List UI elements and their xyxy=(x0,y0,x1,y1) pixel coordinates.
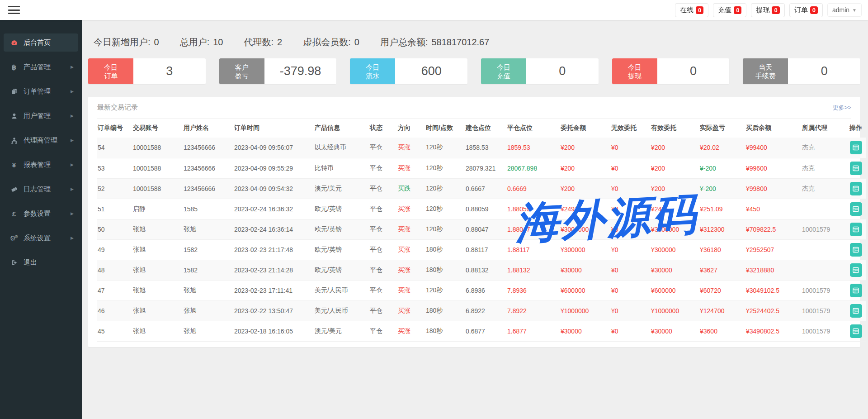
stat-label: 用户总余额: xyxy=(380,37,428,47)
cell-name: 123456666 xyxy=(183,158,234,178)
sidebar-item-label: 参数设置 xyxy=(24,210,51,218)
more-link[interactable]: 更多>> xyxy=(833,104,851,112)
cell-close: 1.6877 xyxy=(507,321,560,341)
order-detail-button[interactable] xyxy=(850,284,862,297)
column-header: 有效委托 xyxy=(651,119,699,138)
cell-duration: 120秒 xyxy=(425,199,465,219)
order-detail-button[interactable] xyxy=(850,182,862,195)
order-detail-button[interactable] xyxy=(850,324,862,338)
topbar-item-label: 订单 xyxy=(794,6,808,14)
cell-time: 2023-02-24 16:36:14 xyxy=(234,219,314,239)
latest-trades-panel: 最新交易记录 更多>> 订单编号交易账号用户姓名订单时间产品信息状态方向时间/点… xyxy=(88,97,860,347)
count-badge: 0 xyxy=(810,6,818,14)
cell-invalid: ¥0 xyxy=(611,219,651,239)
metric-label-line: 当天 xyxy=(759,63,772,71)
topbar-item-label: 在线 xyxy=(680,6,693,14)
metric-card-label: 当天手续费 xyxy=(743,58,788,84)
column-header: 实际盈亏 xyxy=(699,119,745,138)
cell-agent: 10001579 xyxy=(802,280,846,300)
column-header: 平仓点位 xyxy=(507,119,560,138)
sidebar-item-日志管理[interactable]: 日志管理▶ xyxy=(4,180,78,198)
order-detail-button[interactable] xyxy=(850,202,862,216)
order-detail-button[interactable] xyxy=(850,223,862,236)
topbar-item[interactable]: 充值0 xyxy=(713,3,746,17)
metric-label-line: 今日 xyxy=(497,63,510,71)
cell-actions xyxy=(846,138,866,158)
cell-amount: ¥30000 xyxy=(560,260,611,280)
column-header: 用户姓名 xyxy=(183,119,234,138)
count-badge: 0 xyxy=(696,6,703,14)
stat-item: 虚拟会员数:0 xyxy=(303,36,359,48)
table-row: 50张旭张旭2023-02-24 16:36:14欧元/英镑平仓买涨120秒0.… xyxy=(97,219,866,239)
column-header: 买后余额 xyxy=(745,119,802,138)
cell-product: 欧元/英镑 xyxy=(314,260,369,280)
sidebar-item-代理商管理[interactable]: 代理商管理▶ xyxy=(4,131,78,149)
sidebar-item-参数设置[interactable]: £参数设置▶ xyxy=(4,205,78,223)
cell-invalid: ¥0 xyxy=(611,300,651,321)
expand-arrow-icon: ▶ xyxy=(71,138,74,143)
order-detail-button[interactable] xyxy=(850,141,862,154)
cell-valid: ¥2491 xyxy=(651,199,699,219)
sidebar-item-label: 后台首页 xyxy=(24,38,51,47)
cell-id: 45 xyxy=(97,321,132,341)
order-detail-button[interactable] xyxy=(850,304,862,318)
cell-name: 1585 xyxy=(183,199,234,219)
cell-status: 平仓 xyxy=(369,280,397,300)
cell-account: 10001588 xyxy=(132,178,183,199)
stat-item: 代理数:2 xyxy=(244,36,283,48)
cell-open: 0.88132 xyxy=(465,260,507,280)
sidebar-item-报表管理[interactable]: ¥报表管理▶ xyxy=(4,156,78,174)
cell-account: 张旭 xyxy=(132,321,183,341)
user-menu[interactable]: admin ▼ xyxy=(827,3,862,17)
cell-id: 48 xyxy=(97,260,132,280)
order-detail-button[interactable] xyxy=(850,243,862,257)
cell-duration: 180秒 xyxy=(425,300,465,321)
menu-toggle-icon[interactable] xyxy=(8,5,20,14)
orders-icon xyxy=(9,88,19,95)
column-header: 所属代理 xyxy=(802,119,846,138)
topbar-item[interactable]: 提现0 xyxy=(751,3,784,17)
metric-label-line: 流水 xyxy=(366,71,379,80)
pound-icon: £ xyxy=(9,210,19,217)
sidebar-item-订单管理[interactable]: 订单管理▶ xyxy=(4,82,78,100)
expand-arrow-icon: ▶ xyxy=(71,162,74,167)
order-detail-button[interactable] xyxy=(850,162,862,175)
cell-profit: ¥124700 xyxy=(699,300,745,321)
cell-close: 1.88047 xyxy=(507,219,560,239)
order-detail-button[interactable] xyxy=(850,263,862,277)
column-header: 操作 xyxy=(846,119,866,138)
user-icon xyxy=(9,113,19,119)
cell-open: 6.8922 xyxy=(465,300,507,321)
cell-open: 0.88117 xyxy=(465,239,507,260)
cell-actions xyxy=(846,199,866,219)
sidebar-item-系统设置[interactable]: ⚙⚙系统设置▶ xyxy=(4,229,78,247)
metric-card-label: 今日充值 xyxy=(481,58,526,84)
cell-agent xyxy=(802,199,846,219)
yen-icon: ¥ xyxy=(9,162,19,168)
column-header: 交易账号 xyxy=(132,119,183,138)
cell-close: 1.88117 xyxy=(507,239,560,260)
sidebar-item-后台首页[interactable]: 后台首页 xyxy=(4,33,78,52)
cell-balance: ¥99400 xyxy=(745,138,802,158)
cell-agent: 杰克 xyxy=(802,178,846,199)
cell-balance: ¥450 xyxy=(745,199,802,219)
cell-direction: 买涨 xyxy=(397,219,425,239)
cell-amount: ¥200 xyxy=(560,138,611,158)
metric-label-line: 盈亏 xyxy=(235,71,249,80)
cell-name: 张旭 xyxy=(183,321,234,341)
cell-valid: ¥300000 xyxy=(651,239,699,260)
metric-label-line: 今日 xyxy=(104,63,118,71)
cell-balance: ¥3218880 xyxy=(745,260,802,280)
sidebar-item-退出[interactable]: 退出 xyxy=(4,253,78,271)
metric-label-line: 充值 xyxy=(497,71,510,80)
sidebar-item-产品管理[interactable]: ฿产品管理▶ xyxy=(4,58,78,76)
cell-open: 1858.53 xyxy=(465,138,507,158)
cell-direction: 买涨 xyxy=(397,199,425,219)
topbar-item[interactable]: 在线0 xyxy=(675,3,708,17)
cell-status: 平仓 xyxy=(369,178,397,199)
topbar-item[interactable]: 订单0 xyxy=(789,3,823,17)
sidebar-item-用户管理[interactable]: 用户管理▶ xyxy=(4,107,78,125)
cell-duration: 180秒 xyxy=(425,321,465,341)
cell-duration: 180秒 xyxy=(425,260,465,280)
cell-account: 张旭 xyxy=(132,219,183,239)
